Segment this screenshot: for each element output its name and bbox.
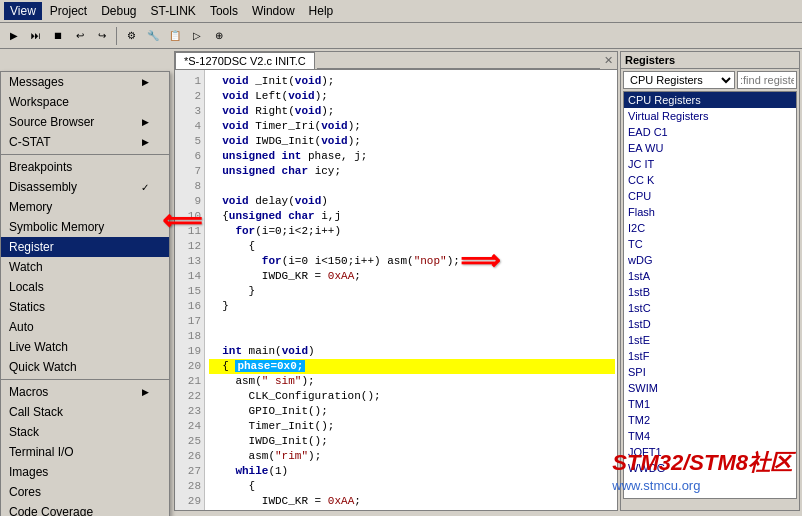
menu-item-breakpoints[interactable]: Breakpoints (1, 157, 169, 177)
code-line-26: asm("rim"); (209, 449, 615, 464)
menu-item-source-browser[interactable]: Source Browser ▶ (1, 112, 169, 132)
code-line-13: for(i=0 i<150;i++) asm("nop"); (209, 254, 615, 269)
code-line-10: {unsigned char i,j (209, 209, 615, 224)
code-line-24: Timer_Init(); (209, 419, 615, 434)
register-item-swim[interactable]: SWIM (624, 380, 796, 396)
toolbar-btn-7[interactable]: 🔧 (143, 26, 163, 46)
highlight-arrow-right: ⟹ (460, 244, 500, 277)
register-item-1std[interactable]: 1stD (624, 316, 796, 332)
toolbar-btn-5[interactable]: ↪ (92, 26, 112, 46)
submenu-arrow-3: ▶ (142, 137, 149, 147)
file-tab[interactable]: *S-1270DSC V2.c INIT.C (175, 52, 315, 69)
register-item-tm4[interactable]: TM4 (624, 428, 796, 444)
toolbar-btn-10[interactable]: ⊕ (209, 26, 229, 46)
code-line-21: asm(" sim"); (209, 374, 615, 389)
menu-item-messages[interactable]: Messages ▶ (1, 72, 169, 92)
menu-item-workspace[interactable]: Workspace (1, 92, 169, 112)
menu-item-locals[interactable]: Locals (1, 277, 169, 297)
register-item-tm1[interactable]: TM1 (624, 396, 796, 412)
code-line-15: } (209, 284, 615, 299)
code-line-1: void _Init(void); (209, 74, 615, 89)
register-item-spi[interactable]: SPI (624, 364, 796, 380)
code-panel: *S-1270DSC V2.c INIT.C ✕ 1 2 3 4 5 6 7 8… (174, 51, 618, 511)
menu-item-live-watch[interactable]: Live Watch (1, 337, 169, 357)
highlight-arrow-left: ⟸ (162, 204, 202, 237)
toolbar-btn-4[interactable]: ↩ (70, 26, 90, 46)
code-line-11: for(i=0;i<2;i++) (209, 224, 615, 239)
menu-item-code-coverage[interactable]: Code Coverage (1, 502, 169, 516)
menu-help[interactable]: Help (303, 2, 340, 20)
menu-item-memory[interactable]: Memory (1, 197, 169, 217)
register-item-tm2[interactable]: TM2 (624, 412, 796, 428)
menu-item-cstat[interactable]: C-STAT ▶ (1, 132, 169, 152)
code-line-22: CLK_Configuration(); (209, 389, 615, 404)
submenu-arrow: ▶ (142, 77, 149, 87)
toolbar-btn-8[interactable]: 📋 (165, 26, 185, 46)
menu-item-auto[interactable]: Auto (1, 317, 169, 337)
register-item-wdg[interactable]: wDG (624, 252, 796, 268)
menu-stlink[interactable]: ST-LINK (145, 2, 202, 20)
code-line-16: } (209, 299, 615, 314)
code-line-8 (209, 179, 615, 194)
tab-close[interactable]: ✕ (600, 52, 617, 69)
register-item-1sta[interactable]: 1stA (624, 268, 796, 284)
code-scroll-area[interactable]: void _Init(void); void Left(void); void … (207, 70, 617, 511)
watermark: STM32/STM8社区 www.stmcu.org (612, 448, 792, 493)
menu-debug[interactable]: Debug (95, 2, 142, 20)
menu-item-symbolic-memory[interactable]: Symbolic Memory (1, 217, 169, 237)
register-item-jcit[interactable]: JC IT (624, 156, 796, 172)
menu-item-macros[interactable]: Macros ▶ (1, 382, 169, 402)
register-item-cck[interactable]: CC K (624, 172, 796, 188)
menu-item-watch[interactable]: Watch (1, 257, 169, 277)
submenu-arrow-4: ▶ (142, 387, 149, 397)
register-item-1stc[interactable]: 1stC (624, 300, 796, 316)
code-editor[interactable]: 1 2 3 4 5 6 7 8 9 10 11 12 13 14 15 16 1… (175, 70, 617, 511)
register-type-select[interactable]: CPU Registers Virtual Registers (623, 71, 735, 89)
register-item-eawu[interactable]: EA WU (624, 140, 796, 156)
code-line-19: int main(void) (209, 344, 615, 359)
code-line-9: void delay(void) (209, 194, 615, 209)
toolbar-btn-2[interactable]: ⏭ (26, 26, 46, 46)
code-line-7: unsigned char icy; (209, 164, 615, 179)
line-numbers: 1 2 3 4 5 6 7 8 9 10 11 12 13 14 15 16 1… (175, 70, 205, 511)
register-search-input[interactable] (737, 71, 797, 89)
menu-tools[interactable]: Tools (204, 2, 244, 20)
watermark-line1: STM32/STM8社区 (612, 448, 792, 478)
main-area: Messages ▶ Workspace Source Browser ▶ C-… (0, 49, 802, 513)
menu-view[interactable]: View (4, 2, 42, 20)
register-item-cpu[interactable]: CPU Registers (624, 92, 796, 108)
register-item-virtual[interactable]: Virtual Registers (624, 108, 796, 124)
watermark-line2: www.stmcu.org (612, 478, 792, 493)
register-item-tc[interactable]: TC (624, 236, 796, 252)
code-line-29: IWDC_KR = 0xAA; (209, 494, 615, 509)
register-item-eadc1[interactable]: EAD C1 (624, 124, 796, 140)
toolbar-btn-9[interactable]: ▷ (187, 26, 207, 46)
toolbar-btn-3[interactable]: ⏹ (48, 26, 68, 46)
register-item-flash[interactable]: Flash (624, 204, 796, 220)
menu-window[interactable]: Window (246, 2, 301, 20)
menu-item-stack[interactable]: Stack (1, 422, 169, 442)
submenu-arrow-2: ▶ (142, 117, 149, 127)
toolbar-btn-6[interactable]: ⚙ (121, 26, 141, 46)
toolbar-btn-1[interactable]: ▶ (4, 26, 24, 46)
register-item-i2c[interactable]: I2C (624, 220, 796, 236)
file-tab-bar: *S-1270DSC V2.c INIT.C ✕ (175, 52, 617, 70)
code-line-12: { (209, 239, 615, 254)
view-dropdown-menu: Messages ▶ Workspace Source Browser ▶ C-… (0, 71, 170, 516)
menu-item-statics[interactable]: Statics (1, 297, 169, 317)
code-line-25: IWDG_Init(); (209, 434, 615, 449)
menu-item-register[interactable]: Register (1, 237, 169, 257)
menu-item-quick-watch[interactable]: Quick Watch (1, 357, 169, 377)
register-item-1stb[interactable]: 1stB (624, 284, 796, 300)
code-line-14: IWDG_KR = 0xAA; (209, 269, 615, 284)
register-item-1stf[interactable]: 1stF (624, 348, 796, 364)
menu-item-terminal[interactable]: Terminal I/O (1, 442, 169, 462)
code-line-30: /* (209, 509, 615, 511)
menu-item-cores[interactable]: Cores (1, 482, 169, 502)
menu-item-disassembly[interactable]: Disassembly ✓ (1, 177, 169, 197)
register-item-1ste[interactable]: 1stE (624, 332, 796, 348)
menu-item-images[interactable]: Images (1, 462, 169, 482)
menu-project[interactable]: Project (44, 2, 93, 20)
register-item-cpu2[interactable]: CPU (624, 188, 796, 204)
menu-item-call-stack[interactable]: Call Stack (1, 402, 169, 422)
